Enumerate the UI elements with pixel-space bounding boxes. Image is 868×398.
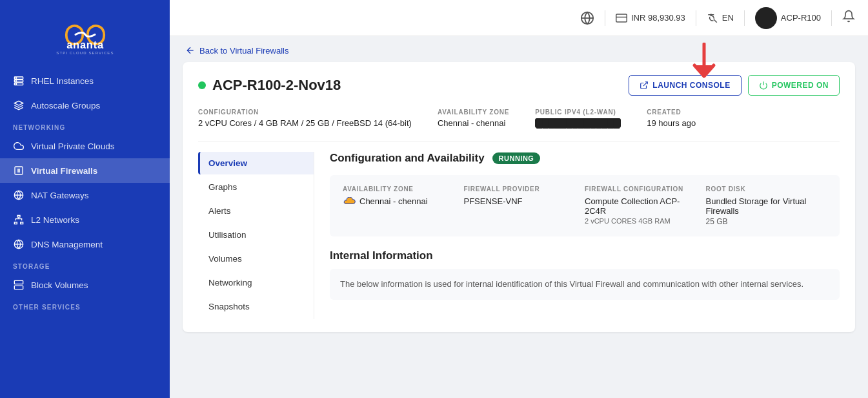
sidebar-item-rhel[interactable]: RHEL Instances xyxy=(0,68,170,93)
launch-console-button[interactable]: LAUNCH CONSOLE xyxy=(629,75,741,96)
sidebar-item-l2-label: L2 Networks xyxy=(31,215,79,225)
config-avail-title: Configuration and Availability xyxy=(330,152,485,165)
avail-provider: FIREWALL PROVIDER PFSENSE-VNF xyxy=(464,185,585,226)
sidebar-item-autoscale[interactable]: Autoscale Groups xyxy=(0,93,170,118)
detail-panel: Configuration and Availability RUNNING A… xyxy=(314,152,840,319)
topbar-divider-2 xyxy=(696,10,696,26)
avatar xyxy=(755,7,777,29)
sidebar-item-nat[interactable]: NAT Gateways xyxy=(0,183,170,207)
status-indicator xyxy=(198,81,206,89)
config-row: CONFIGURATION 2 vCPU Cores / 4 GB RAM / … xyxy=(198,109,840,141)
config-ipv4: PUBLIC IPV4 (L2-WAN) ██████████████ xyxy=(535,109,621,128)
svg-rect-15 xyxy=(14,280,23,284)
powered-on-label: POWERED ON xyxy=(772,81,829,90)
sidebar-item-l2[interactable]: L2 Networks xyxy=(0,207,170,232)
instance-name: ACP-R100-2-Nov18 xyxy=(212,77,341,94)
avail-fw-value: Compute Collection ACP-2C4R 2 vCPU CORES… xyxy=(585,196,696,225)
currency-amount: INR 98,930.93 xyxy=(631,13,685,23)
detail-nav: Overview Graphs Alerts Utilisation Volum… xyxy=(198,152,314,319)
cloud-icon xyxy=(13,140,25,152)
config-az: AVAILABILITY ZONE Chennai - chennai xyxy=(438,109,509,128)
nav-networking-label: Networking xyxy=(208,278,252,288)
bell-icon xyxy=(842,10,855,23)
back-link[interactable]: Back to Virtual Firewalls xyxy=(170,36,868,62)
ipv4-masked: ██████████████ xyxy=(535,118,621,128)
nav-item-overview[interactable]: Overview xyxy=(198,152,314,174)
fw-config-sub: 2 vCPU CORES 4GB RAM xyxy=(585,217,696,225)
sidebar-item-rhel-label: RHEL Instances xyxy=(31,76,94,86)
main-area: INR 98,930.93 EN ACP-R100 Back to Virtua… xyxy=(170,0,868,398)
svg-text:ananta: ananta xyxy=(66,39,104,50)
nav-alerts-label: Alerts xyxy=(208,206,231,216)
notifications-bell[interactable] xyxy=(842,10,855,26)
sidebar-item-block-volumes[interactable]: Block Volumes xyxy=(0,273,170,297)
root-disk-value: Bundled Storage for Virtual Firewalls xyxy=(706,196,817,216)
two-panel: Overview Graphs Alerts Utilisation Volum… xyxy=(198,152,840,319)
sidebar-item-vpc-label: Virtual Private Clouds xyxy=(31,141,115,151)
networking-section-label: NETWORKING xyxy=(0,118,170,134)
config-label: CONFIGURATION xyxy=(198,109,412,116)
nav-item-utilisation[interactable]: Utilisation xyxy=(198,224,314,246)
svg-line-24 xyxy=(643,82,647,86)
translate-icon xyxy=(707,12,718,24)
firewall-icon xyxy=(13,165,25,176)
nav-item-networking[interactable]: Networking xyxy=(198,271,314,294)
avail-fw-config: FIREWALL CONFIGURATION Compute Collectio… xyxy=(585,185,706,226)
sidebar-item-firewalls[interactable]: Virtual Firewalls xyxy=(0,158,170,183)
other-services-label: OTHER SERVICES xyxy=(0,297,170,313)
sidebar-item-dns[interactable]: DNS Management xyxy=(0,232,170,257)
nav-item-alerts[interactable]: Alerts xyxy=(198,200,314,222)
nav-overview-label: Overview xyxy=(208,158,247,168)
svg-point-7 xyxy=(15,83,16,84)
gateway-icon xyxy=(13,189,25,201)
created-label: CREATED xyxy=(647,109,696,116)
globe-icon xyxy=(580,11,594,25)
svg-rect-11 xyxy=(14,222,17,224)
user-profile[interactable]: ACP-R100 xyxy=(755,7,821,29)
svg-rect-21 xyxy=(616,14,627,22)
currency-display[interactable]: INR 98,930.93 xyxy=(616,12,685,24)
power-icon xyxy=(759,81,768,90)
language-selector[interactable]: EN xyxy=(707,12,734,24)
nav-volumes-label: Volumes xyxy=(208,254,242,264)
back-link-label: Back to Virtual Firewalls xyxy=(199,46,288,56)
az-label: AVAILABILITY ZONE xyxy=(438,109,509,116)
internal-info-box: The below information is used for intern… xyxy=(330,269,840,300)
avail-az-value: Chennai - chennai xyxy=(343,196,454,206)
config-created: CREATED 19 hours ago xyxy=(647,109,696,128)
svg-text:STPI CLOUD SERVICES: STPI CLOUD SERVICES xyxy=(56,51,114,55)
topbar-divider-4 xyxy=(831,10,832,26)
nav-item-snapshots[interactable]: Snapshots xyxy=(198,295,314,318)
svg-rect-12 xyxy=(21,222,23,224)
header-buttons: LAUNCH CONSOLE POWERED ON xyxy=(629,75,840,96)
back-arrow-icon xyxy=(185,45,196,56)
nav-graphs-label: Graphs xyxy=(208,182,237,192)
avail-root-disk-value: Bundled Storage for Virtual Firewalls 25… xyxy=(706,196,817,226)
wallet-icon xyxy=(616,12,627,24)
avail-root-disk: ROOT DISK Bundled Storage for Virtual Fi… xyxy=(706,185,827,226)
nav-utilisation-label: Utilisation xyxy=(208,230,247,240)
sidebar-item-dns-label: DNS Management xyxy=(31,240,103,249)
globe-topbar-icon[interactable] xyxy=(580,11,594,25)
avail-root-disk-label: ROOT DISK xyxy=(706,185,817,193)
nav-item-graphs[interactable]: Graphs xyxy=(198,176,314,198)
powered-on-button[interactable]: POWERED ON xyxy=(748,75,840,96)
scale-icon xyxy=(13,100,25,111)
sidebar-item-vpc[interactable]: Virtual Private Clouds xyxy=(0,134,170,158)
sidebar-item-block-volumes-label: Block Volumes xyxy=(31,280,88,290)
root-disk-size: 25 GB xyxy=(706,217,817,226)
avail-az: AVAILABILITY ZONE Chennai - chennai xyxy=(343,185,464,226)
running-badge: RUNNING xyxy=(492,152,541,164)
az-value: Chennai - chennai xyxy=(438,118,509,128)
content-area: Back to Virtual Firewalls ACP-R100-2-Nov… xyxy=(170,36,868,398)
az-cloud-icon xyxy=(343,197,356,206)
topbar-divider-1 xyxy=(605,10,605,26)
launch-console-label: LAUNCH CONSOLE xyxy=(652,81,730,90)
nav-item-volumes[interactable]: Volumes xyxy=(198,247,314,270)
internal-info-title: Internal Information xyxy=(330,249,840,262)
instance-title: ACP-R100-2-Nov18 xyxy=(198,77,341,94)
instance-header: ACP-R100-2-Nov18 LAUNCH CONSOLE POWERED … xyxy=(198,75,840,96)
volume-icon xyxy=(13,279,25,291)
config-value: 2 vCPU Cores / 4 GB RAM / 25 GB / FreeBS… xyxy=(198,118,412,128)
network-icon xyxy=(13,214,25,225)
